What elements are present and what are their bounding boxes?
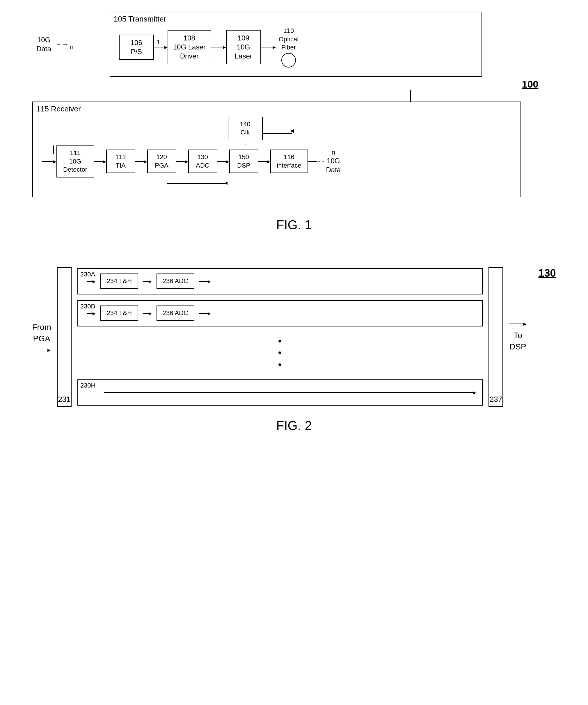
arrow-laser-to-fiber [261,47,273,47]
block-111: 11110GDetector [56,145,94,178]
channel-230a-label: 230A [80,271,95,278]
tx-input-data-label: 10G Data [36,35,51,53]
receiver-label: 115 Receiver [36,104,81,113]
block-150: 150DSP [229,149,258,173]
channel-230b: 230B ▶ 234 T&H ▶ 236 ADC [78,300,483,326]
ellipsis-dots: ••• [78,332,483,374]
fig2-from-pga: FromPGA [32,322,51,344]
channel-230h: 230H ▶ [78,379,483,406]
block-112: 112TIA [106,149,135,173]
block-234b-th: 234 T&H [100,306,138,321]
channel-230a: 230A ▶ 234 T&H ▶ 236 ADC [78,268,483,294]
block-106: 106P/S [119,35,154,60]
clk-down-arrow: ↓ [244,140,246,145]
fig1-container: 10G Data →→ n 105 Transmitter 106P/S ▶ 1… [32,12,556,197]
fig2-ref: 130 [538,267,556,279]
block-120: 120PGA [147,149,176,173]
fiber-circle [281,53,296,67]
tx-input-arrow: →→ [56,40,68,48]
receiver-box: 115 Receiver 140Clk ↓ ◀ [32,101,521,197]
fig1-ref: 100 [522,79,539,90]
channel-230b-label: 230B [80,302,95,310]
arrow-driver-to-laser [211,47,223,47]
block-130: 130ADC [188,149,217,173]
block-116: 116interface [270,149,308,173]
fig2-mux: 231 [57,267,71,407]
fig2-demux: 237 [489,267,503,407]
fig2-to-dsp: ToDSP [509,330,526,352]
block-234a-th: 234 T&H [100,274,138,289]
transmitter-label: 105 Transmitter [114,14,166,23]
block-140: 140Clk [228,117,263,140]
block-236a-adc: 236 ADC [156,274,194,289]
fig1-caption: FIG. 1 [276,218,311,232]
fig2-container: FromPGA ▶ 231 230A ▶ [32,267,556,407]
block-109: 10910GLaser [226,30,261,64]
block-236b-adc: 236 ADC [156,306,194,321]
transmitter-box: 105 Transmitter 106P/S ▶ 1 10810G LaserD… [110,12,482,77]
rx-n-label: n [332,149,335,156]
tx-n-label: n [70,43,74,51]
channel-230h-label: 230H [80,382,96,389]
arrow-ps-to-driver [154,47,165,47]
rx-output-data-label: 10GData [326,156,341,174]
optical-fiber: 110OpticalFiber [279,27,298,67]
tx-1-label: 1 [157,38,160,46]
block-108: 10810G LaserDriver [167,30,211,64]
rx-input-arrow [42,161,53,162]
clk-right-arrow: ◀ [290,128,294,134]
fig2-caption: FIG. 2 [276,418,311,433]
